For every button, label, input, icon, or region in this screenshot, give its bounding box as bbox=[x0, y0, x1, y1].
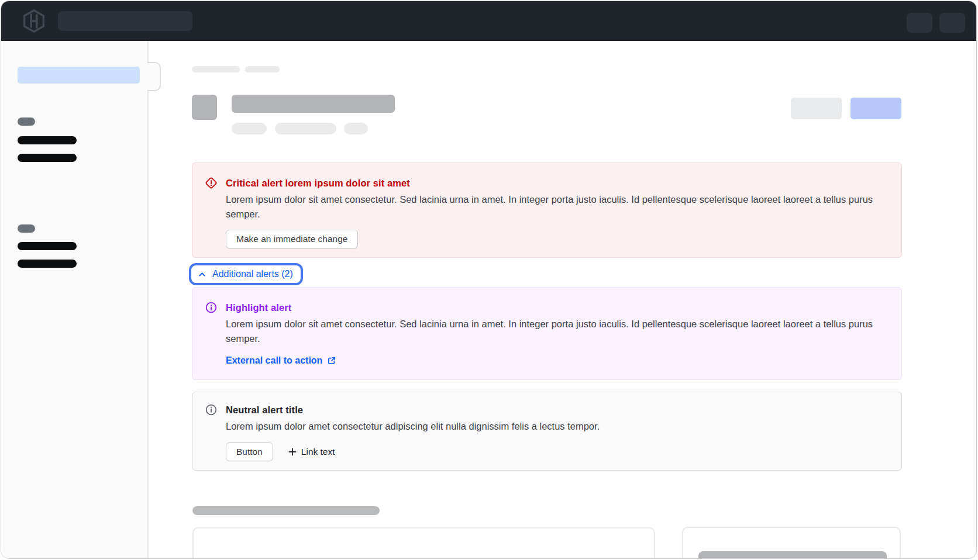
sidebar-item-skeleton bbox=[18, 154, 77, 162]
neutral-alert: Neutral alert title Lorem ipsum dolor am… bbox=[192, 392, 902, 471]
app-window: Critical alert lorem ipsum dolor sit ame… bbox=[1, 1, 977, 559]
neutral-alert-button[interactable]: Button bbox=[226, 443, 273, 461]
card-placeholder-right bbox=[682, 527, 901, 559]
highlight-alert-body: Lorem ipsum dolor sit amet consectetur. … bbox=[226, 317, 876, 346]
sidebar-item-skeleton bbox=[18, 260, 77, 268]
neutral-alert-title: Neutral alert title bbox=[226, 403, 600, 417]
primary-button-placeholder[interactable] bbox=[850, 98, 901, 119]
badge-skeleton bbox=[232, 123, 267, 134]
secondary-button-placeholder[interactable] bbox=[791, 98, 842, 119]
page-icon-skeleton bbox=[192, 95, 217, 120]
card-placeholder-left bbox=[192, 527, 655, 559]
highlight-alert: Highlight alert Lorem ipsum dolor sit am… bbox=[192, 287, 902, 380]
critical-alert-content: Critical alert lorem ipsum dolor sit ame… bbox=[226, 176, 876, 257]
global-search-input[interactable] bbox=[58, 11, 192, 31]
neutral-alert-content: Neutral alert title Lorem ipsum dolor am… bbox=[226, 403, 600, 470]
breadcrumb-skeleton bbox=[192, 66, 240, 72]
highlight-alert-content: Highlight alert Lorem ipsum dolor sit am… bbox=[226, 300, 876, 379]
sidebar bbox=[1, 41, 149, 559]
card-content-skeleton bbox=[279, 558, 571, 559]
page-title-skeleton bbox=[232, 95, 395, 113]
critical-alert-body: Lorem ipsum dolor sit amet consectetur. … bbox=[226, 192, 876, 222]
highlight-alert-title: Highlight alert bbox=[226, 300, 876, 314]
critical-alert-action-button[interactable]: Make an immediate change bbox=[226, 230, 358, 248]
highlight-alert-external-link[interactable]: External call to action bbox=[226, 355, 336, 366]
additional-alerts-toggle[interactable]: Additional alerts (2) bbox=[189, 263, 303, 285]
critical-alert: Critical alert lorem ipsum dolor sit ame… bbox=[192, 163, 902, 258]
sidebar-item-skeleton bbox=[18, 136, 77, 144]
external-link-icon bbox=[327, 356, 336, 365]
info-circle-icon bbox=[205, 403, 218, 416]
badge-skeleton bbox=[344, 123, 368, 134]
card-content-skeleton bbox=[698, 551, 887, 559]
additional-alerts-label: Additional alerts (2) bbox=[212, 269, 293, 279]
plus-icon bbox=[288, 448, 297, 456]
sidebar-active-item[interactable] bbox=[18, 67, 140, 84]
sidebar-item-skeleton bbox=[18, 242, 77, 250]
sidebar-section-label-skeleton bbox=[18, 117, 35, 126]
badge-skeleton bbox=[275, 123, 336, 134]
breadcrumb-skeleton bbox=[245, 66, 280, 72]
chevron-up-icon bbox=[197, 269, 207, 279]
neutral-link-label: Link text bbox=[301, 447, 335, 457]
neutral-alert-actions: Button Link text bbox=[226, 443, 600, 461]
external-link-label: External call to action bbox=[226, 355, 322, 366]
topbar bbox=[1, 1, 976, 41]
neutral-alert-link[interactable]: Link text bbox=[288, 447, 335, 457]
sidebar-section-label-skeleton bbox=[18, 224, 35, 233]
hashicorp-logo-icon[interactable] bbox=[23, 9, 44, 33]
neutral-alert-body: Lorem ipsum dolor amet consectetur adipi… bbox=[226, 419, 600, 434]
alert-diamond-icon bbox=[205, 177, 218, 189]
section-title-skeleton bbox=[192, 506, 380, 515]
sidebar-collapse-handle[interactable] bbox=[147, 62, 161, 91]
critical-alert-title: Critical alert lorem ipsum dolor sit ame… bbox=[226, 176, 876, 190]
topbar-action-button-1[interactable] bbox=[907, 13, 932, 33]
info-circle-icon bbox=[205, 301, 218, 314]
topbar-action-button-2[interactable] bbox=[939, 13, 965, 33]
